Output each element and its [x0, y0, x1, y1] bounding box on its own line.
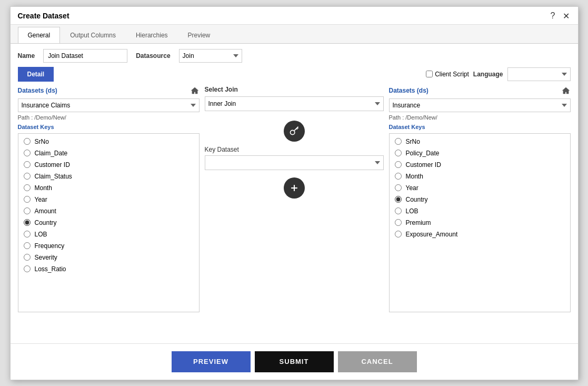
key-radio[interactable]: [395, 219, 402, 226]
key-radio[interactable]: [395, 207, 402, 214]
datasource-select[interactable]: Join: [179, 49, 242, 63]
datasource-label: Datasource: [136, 52, 170, 60]
key-label: Country: [406, 196, 428, 203]
middle-panel: Select Join Inner Join Left Join Right J…: [205, 86, 384, 339]
key-radio[interactable]: [24, 196, 31, 203]
left-panel: Datasets (ds) Insurance Claims Path : /D…: [18, 86, 200, 339]
left-dataset-select[interactable]: Insurance Claims: [18, 98, 200, 112]
key-label: Loss_Ratio: [35, 265, 66, 273]
list-item[interactable]: Loss_Ratio: [18, 263, 199, 275]
key-radio[interactable]: [24, 150, 31, 156]
client-script-checkbox-label: Client Script: [426, 71, 469, 78]
left-panel-header: Datasets (ds): [18, 86, 200, 95]
add-join-button[interactable]: [284, 177, 305, 199]
list-item[interactable]: Month: [18, 182, 199, 194]
tab-general[interactable]: General: [18, 27, 61, 43]
list-item[interactable]: SrNo: [18, 136, 199, 147]
list-item[interactable]: Claim_Status: [18, 171, 199, 182]
list-item[interactable]: Exposure_Amount: [390, 229, 570, 240]
right-panel-header: Datasets (ds): [389, 86, 571, 95]
right-home-icon[interactable]: [561, 86, 571, 95]
tab-hierarchies[interactable]: Hierarchies: [126, 27, 178, 43]
main-panel: Datasets (ds) Insurance Claims Path : /D…: [18, 86, 571, 339]
join-type-select[interactable]: Inner Join Left Join Right Join Full Joi…: [205, 96, 384, 111]
key-radio[interactable]: [24, 265, 31, 272]
list-item[interactable]: Premium: [390, 217, 570, 229]
language-select[interactable]: [507, 67, 571, 81]
key-label: Country: [35, 219, 57, 226]
tab-output-columns[interactable]: Output Columns: [60, 27, 126, 43]
key-icon-button[interactable]: [284, 121, 305, 142]
key-radio[interactable]: [24, 173, 31, 180]
svg-line-2: [297, 127, 298, 128]
key-label: SrNo: [406, 138, 420, 145]
list-item[interactable]: Customer ID: [390, 159, 570, 171]
list-item[interactable]: Month: [390, 171, 570, 182]
language-label: Language: [473, 71, 503, 78]
list-item[interactable]: Severity: [18, 252, 199, 263]
detail-client-row: Detail Client Script Language: [18, 67, 571, 82]
list-item[interactable]: Amount: [18, 205, 199, 217]
list-item[interactable]: Year: [390, 182, 570, 194]
key-radio[interactable]: [395, 150, 402, 156]
key-dataset-label: Key Dataset: [205, 146, 239, 153]
list-item[interactable]: Year: [18, 194, 199, 205]
key-radio[interactable]: [24, 231, 31, 237]
left-path: Path : /Demo/New/: [18, 114, 200, 121]
name-label: Name: [18, 52, 35, 60]
list-item[interactable]: Frequency: [18, 240, 199, 252]
list-item[interactable]: LOB: [18, 229, 199, 240]
key-label: SrNo: [35, 138, 49, 145]
key-dataset-area: Key Dataset: [205, 146, 384, 170]
right-keys-list: SrNoPolicy_DateCustomer IDMonthYearCount…: [389, 133, 571, 312]
list-item[interactable]: Claim_Date: [18, 147, 199, 159]
key-radio[interactable]: [24, 138, 31, 145]
key-radio[interactable]: [24, 161, 31, 168]
left-home-icon[interactable]: [190, 86, 200, 95]
help-button[interactable]: ?: [550, 11, 556, 21]
key-radio[interactable]: [24, 242, 31, 249]
list-item[interactable]: Country: [390, 194, 570, 205]
cancel-button[interactable]: CANCEL: [338, 351, 417, 372]
key-radio[interactable]: [24, 184, 31, 191]
key-radio[interactable]: [395, 161, 402, 168]
client-script-checkbox[interactable]: [426, 71, 433, 77]
key-radio[interactable]: [24, 254, 31, 261]
submit-button[interactable]: SUBMIT: [255, 351, 334, 372]
right-dataset-select-row: Insurance: [389, 98, 571, 112]
svg-line-3: [296, 128, 297, 130]
close-button[interactable]: ✕: [562, 11, 571, 21]
footer: PREVIEW SUBMIT CANCEL: [11, 343, 578, 380]
detail-button[interactable]: Detail: [18, 67, 54, 82]
key-label: Frequency: [35, 242, 65, 250]
key-radio[interactable]: [395, 196, 402, 203]
preview-button[interactable]: PREVIEW: [172, 351, 251, 372]
key-label: Month: [406, 173, 423, 180]
key-label: Amount: [35, 207, 56, 215]
key-radio[interactable]: [24, 207, 31, 214]
key-dataset-select[interactable]: [205, 155, 384, 170]
key-radio[interactable]: [24, 219, 31, 226]
list-item[interactable]: Country: [18, 217, 199, 229]
key-radio[interactable]: [395, 138, 402, 145]
key-label: LOB: [406, 207, 418, 215]
key-radio[interactable]: [395, 231, 402, 237]
tabs-bar: General Output Columns Hierarchies Previ…: [11, 25, 578, 44]
right-panel: Datasets (ds) Insurance Path : /Demo/New…: [389, 86, 571, 339]
list-item[interactable]: Customer ID: [18, 159, 199, 171]
tab-preview[interactable]: Preview: [178, 27, 221, 43]
list-item[interactable]: Policy_Date: [390, 147, 570, 159]
name-datasource-row: Name Datasource Join: [18, 49, 571, 63]
key-radio[interactable]: [395, 184, 402, 191]
key-label: Customer ID: [406, 161, 441, 169]
key-icon: [289, 126, 300, 136]
key-label: Claim_Date: [35, 150, 68, 157]
key-label: Customer ID: [35, 161, 70, 169]
middle-top: Select Join Inner Join Left Join Right J…: [205, 86, 384, 111]
right-dataset-select[interactable]: Insurance: [389, 98, 571, 112]
list-item[interactable]: LOB: [390, 205, 570, 217]
list-item[interactable]: SrNo: [390, 136, 570, 147]
key-label: Policy_Date: [406, 150, 440, 157]
name-input[interactable]: [43, 49, 127, 63]
key-radio[interactable]: [395, 173, 402, 180]
